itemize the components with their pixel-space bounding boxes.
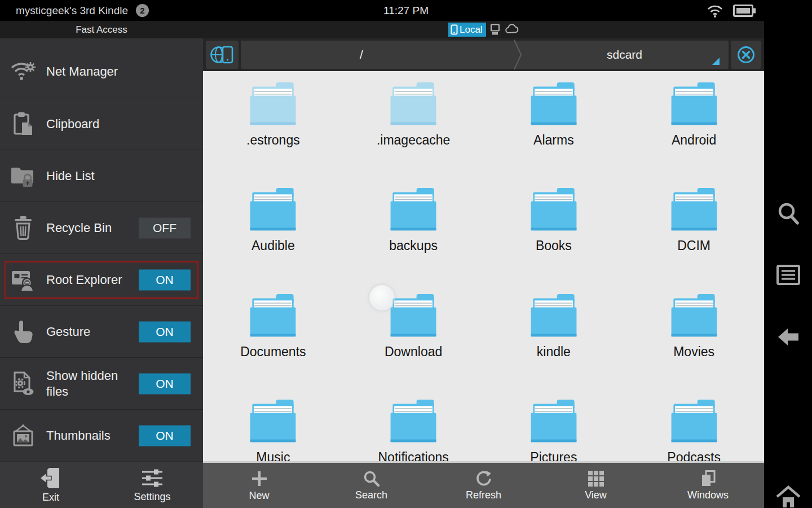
gesture-toggle[interactable]: ON (139, 321, 191, 342)
folder-name: kindle (537, 344, 571, 360)
thumbnails-toggle[interactable]: ON (139, 425, 191, 446)
folder-icon (387, 81, 440, 129)
phone-icon (451, 24, 458, 35)
refresh-button[interactable]: Refresh (427, 463, 540, 508)
header-bar: Fast Access Local (0, 21, 812, 38)
nav-back-button[interactable] (764, 326, 812, 348)
folder-icon (387, 187, 440, 235)
breadcrumb-current[interactable]: sdcard (520, 41, 729, 69)
folder-icon (246, 81, 299, 129)
folder-estrongs[interactable]: .estrongs (203, 71, 343, 177)
new-button[interactable]: New (203, 463, 315, 508)
nav-menu-button[interactable] (764, 264, 812, 286)
sidebar-footer: Exit Settings (0, 461, 203, 508)
windows-icon (699, 470, 717, 488)
clipboard-icon (9, 111, 37, 137)
file-browser: / sdcard (203, 38, 764, 508)
es-file-explorer-screen: mysticgeek's 3rd Kindle 2 11:27 PM (0, 0, 812, 508)
folder-icon (527, 293, 580, 341)
folder-icon (668, 398, 721, 446)
menu-icon (776, 264, 801, 286)
folder-icon (668, 187, 721, 235)
sidebar-item-root-explorer[interactable]: Root Explorer ON (0, 253, 203, 305)
bottom-toolbar: New Search Refresh (203, 461, 764, 508)
sidebar-item-hide-list[interactable]: Hide List (0, 150, 203, 202)
recycle-bin-icon (9, 216, 37, 240)
folder-kindle[interactable]: kindle (484, 283, 624, 388)
system-nav-strip (764, 21, 812, 508)
sidebar-item-show-hidden-files[interactable]: Show hidden files ON (0, 357, 203, 409)
refresh-label: Refresh (466, 489, 501, 501)
fast-access-sidebar: Net Manager Clipboard (0, 38, 203, 461)
folder-name: .imagecache (377, 133, 450, 148)
sidebar-item-label: Thumbnails (46, 428, 136, 444)
folder-icon (387, 398, 440, 446)
sidebar-item-label: Net Manager (46, 64, 136, 80)
folder-name: Android (672, 133, 716, 148)
sidebar-item-label: Gesture (46, 324, 136, 340)
tab-lan[interactable] (489, 24, 501, 36)
dropdown-caret-icon[interactable] (712, 58, 720, 65)
show-hidden-files-toggle[interactable]: ON (139, 373, 191, 394)
settings-label: Settings (134, 491, 170, 503)
folder-movies[interactable]: Movies (624, 283, 764, 388)
back-arrow-icon (776, 326, 800, 348)
folder-alarms[interactable]: Alarms (484, 71, 624, 177)
net-manager-icon (9, 60, 37, 84)
folder-android[interactable]: Android (624, 71, 764, 177)
settings-icon (140, 467, 164, 489)
wifi-icon (706, 3, 724, 18)
device-button[interactable] (206, 41, 239, 69)
folder-name: .estrongs (246, 133, 300, 148)
root-explorer-toggle[interactable]: ON (139, 269, 191, 290)
tab-local-label: Local (460, 24, 483, 36)
close-window-button[interactable] (731, 41, 761, 69)
new-label: New (249, 490, 269, 502)
search-icon (776, 202, 800, 226)
search-button[interactable]: Search (315, 463, 427, 508)
sidebar-item-label: Hide List (46, 168, 136, 184)
notification-badge[interactable]: 2 (136, 4, 149, 17)
settings-button[interactable]: Settings (102, 462, 203, 508)
folder-audible[interactable]: Audible (203, 177, 343, 282)
sidebar-item-label: Root Explorer (46, 272, 136, 288)
path-bar: / sdcard (203, 38, 764, 71)
sidebar-item-clipboard[interactable]: Clipboard (0, 98, 203, 150)
nav-search-button[interactable] (764, 202, 812, 226)
nav-home-button[interactable] (764, 485, 812, 508)
hidden-files-icon (9, 371, 37, 397)
folder-books[interactable]: Books (484, 177, 624, 282)
tab-local[interactable]: Local (448, 23, 486, 37)
folder-documents[interactable]: Documents (203, 283, 343, 388)
sidebar-title: Fast Access (0, 21, 203, 38)
close-icon (734, 43, 758, 67)
sidebar-item-label: Show hidden files (46, 368, 136, 399)
folder-icon (527, 187, 580, 235)
folder-name: backups (389, 238, 438, 253)
sidebar-item-gesture[interactable]: Gesture ON (0, 305, 203, 357)
gesture-icon (9, 319, 37, 344)
exit-button[interactable]: Exit (0, 462, 102, 508)
hide-list-icon (9, 165, 37, 187)
folder-dcim[interactable]: DCIM (624, 177, 764, 282)
view-button[interactable]: View (540, 463, 652, 508)
sidebar-item-thumbnails[interactable]: Thumbnails ON (0, 409, 203, 461)
tab-cloud[interactable] (505, 24, 519, 34)
sidebar-item-net-manager[interactable]: Net Manager (0, 46, 203, 98)
globe-phone-icon (209, 42, 235, 68)
recycle-bin-toggle[interactable]: OFF (139, 217, 191, 238)
thumbnails-icon (9, 424, 37, 448)
folder-icon (668, 293, 721, 341)
windows-button[interactable]: Windows (652, 463, 764, 508)
refresh-icon (475, 470, 493, 488)
search-icon (363, 470, 381, 488)
sidebar-item-recycle-bin[interactable]: Recycle Bin OFF (0, 202, 203, 253)
folder-imagecache[interactable]: .imagecache (343, 71, 484, 177)
search-label: Search (355, 489, 387, 501)
breadcrumb-root[interactable]: / (241, 41, 482, 69)
folder-name: Alarms (533, 133, 574, 148)
sidebar-item-label: Clipboard (46, 116, 136, 132)
folder-download[interactable]: Download (343, 283, 484, 388)
folder-backups[interactable]: backups (343, 177, 484, 282)
folder-icon (246, 398, 299, 446)
